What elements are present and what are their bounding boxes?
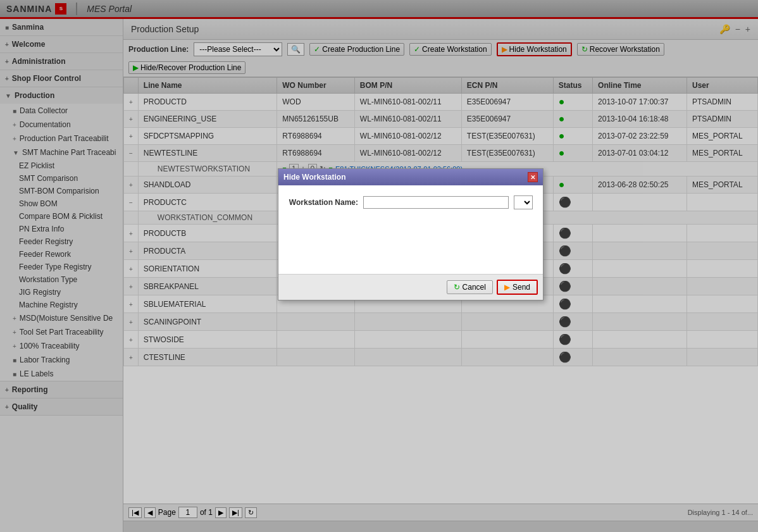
send-button[interactable]: ▶ Send — [497, 280, 538, 295]
dialog-title: Hide Workstation — [283, 173, 345, 182]
dialog-body: Workstation Name: — [278, 185, 543, 274]
dialog-titlebar: Hide Workstation ✕ — [278, 169, 543, 185]
dialog-footer: ↻ Cancel ▶ Send — [278, 274, 543, 300]
send-icon: ▶ — [504, 283, 510, 292]
cancel-button[interactable]: ↻ Cancel — [447, 280, 493, 294]
workstation-name-row: Workstation Name: — [289, 195, 533, 209]
cancel-icon: ↻ — [454, 283, 460, 292]
dialog-overlay: Hide Workstation ✕ Workstation Name: ↻ C… — [0, 0, 758, 532]
ws-name-field-label: Workstation Name: — [289, 198, 358, 207]
ws-name-input[interactable] — [363, 196, 509, 209]
send-label: Send — [513, 283, 530, 292]
hide-workstation-dialog: Hide Workstation ✕ Workstation Name: ↻ C… — [278, 168, 544, 300]
ws-name-dropdown[interactable] — [514, 195, 533, 209]
cancel-label: Cancel — [463, 283, 486, 292]
dialog-close-button[interactable]: ✕ — [528, 172, 538, 182]
